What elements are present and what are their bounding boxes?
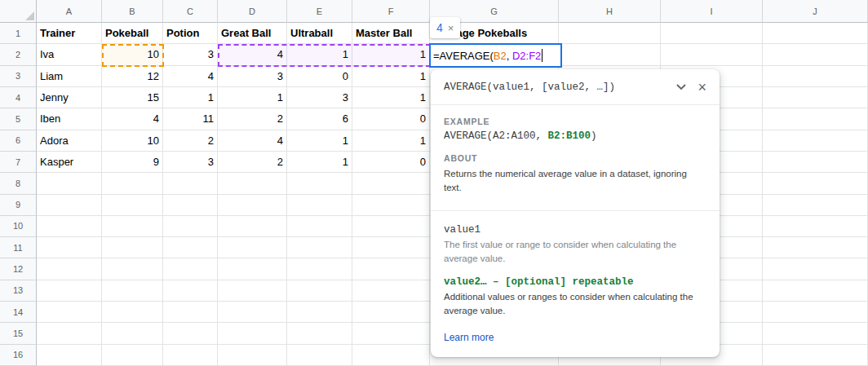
formula-result-preview[interactable]: 4 × — [430, 17, 460, 38]
cell-J13[interactable] — [763, 280, 868, 302]
cell-E2[interactable]: 1 — [287, 44, 352, 65]
cell-B11[interactable] — [102, 237, 163, 258]
cell-E5[interactable]: 6 — [287, 108, 352, 130]
close-icon[interactable]: × — [448, 23, 454, 33]
formula-editor-G2[interactable]: =AVERAGE(B2, D2:F2 — [429, 43, 562, 68]
cell-D16[interactable] — [218, 345, 287, 366]
cell-E11[interactable] — [287, 237, 352, 258]
cell-A13[interactable] — [37, 280, 102, 302]
cell-A15[interactable] — [37, 323, 102, 344]
row-header-16[interactable]: 16 — [0, 345, 37, 366]
cell-C14[interactable] — [163, 302, 218, 323]
cell-J8[interactable] — [763, 173, 868, 194]
cell-F6[interactable]: 1 — [352, 130, 430, 152]
row-header-13[interactable]: 13 — [0, 280, 37, 302]
column-header-H[interactable]: H — [559, 0, 661, 23]
cell-B6[interactable]: 10 — [102, 130, 163, 152]
cell-E16[interactable] — [287, 345, 352, 366]
cell-A1[interactable]: Trainer — [37, 23, 102, 44]
cell-F13[interactable] — [352, 280, 430, 302]
cell-D15[interactable] — [218, 323, 287, 344]
cell-F16[interactable] — [352, 345, 430, 366]
cell-E1[interactable]: Ultraball — [287, 23, 352, 44]
cell-F14[interactable] — [352, 302, 430, 323]
cell-J4[interactable] — [763, 87, 868, 108]
row-header-12[interactable]: 12 — [0, 258, 37, 280]
cell-A7[interactable]: Kasper — [37, 152, 102, 173]
cell-D3[interactable]: 3 — [218, 66, 287, 87]
cell-J12[interactable] — [763, 258, 868, 280]
column-header-D[interactable]: D — [218, 0, 287, 23]
cell-D7[interactable]: 2 — [218, 152, 287, 173]
row-header-1[interactable]: 1 — [0, 23, 37, 44]
cell-B15[interactable] — [102, 323, 163, 344]
cell-F5[interactable]: 0 — [352, 108, 430, 130]
row-header-3[interactable]: 3 — [0, 66, 37, 87]
cell-A5[interactable]: Iben — [37, 108, 102, 130]
cell-D1[interactable]: Great Ball — [218, 23, 287, 44]
cell-C7[interactable]: 3 — [163, 152, 218, 173]
cell-E9[interactable] — [287, 195, 352, 216]
cell-I2[interactable] — [661, 44, 763, 65]
cell-B14[interactable] — [102, 302, 163, 323]
column-header-F[interactable]: F — [352, 0, 430, 23]
cell-E10[interactable] — [287, 216, 352, 237]
cell-A12[interactable] — [37, 258, 102, 280]
cell-C8[interactable] — [163, 173, 218, 194]
cell-B1[interactable]: Pokeball — [102, 23, 163, 44]
cell-F3[interactable]: 1 — [352, 66, 430, 87]
cell-H2[interactable] — [559, 44, 661, 65]
cell-D6[interactable]: 4 — [218, 130, 287, 152]
cell-C11[interactable] — [163, 237, 218, 258]
row-header-7[interactable]: 7 — [0, 152, 37, 173]
cell-J9[interactable] — [763, 195, 868, 216]
cell-F10[interactable] — [352, 216, 430, 237]
cell-B4[interactable]: 15 — [102, 87, 163, 108]
cell-A8[interactable] — [37, 173, 102, 194]
cell-A9[interactable] — [37, 195, 102, 216]
row-header-5[interactable]: 5 — [0, 108, 37, 130]
cell-D2[interactable]: 4 — [218, 44, 287, 65]
cell-D4[interactable]: 1 — [218, 87, 287, 108]
cell-J15[interactable] — [763, 323, 868, 344]
cell-D14[interactable] — [218, 302, 287, 323]
cell-C9[interactable] — [163, 195, 218, 216]
cell-C10[interactable] — [163, 216, 218, 237]
cell-F11[interactable] — [352, 237, 430, 258]
cell-C15[interactable] — [163, 323, 218, 344]
cell-B3[interactable]: 12 — [102, 66, 163, 87]
cell-F1[interactable]: Master Ball — [352, 23, 430, 44]
cell-B16[interactable] — [102, 345, 163, 366]
column-header-J[interactable]: J — [763, 0, 868, 23]
cell-J3[interactable] — [763, 66, 868, 87]
cell-D9[interactable] — [218, 195, 287, 216]
row-header-6[interactable]: 6 — [0, 130, 37, 152]
cell-A16[interactable] — [37, 345, 102, 366]
column-header-B[interactable]: B — [102, 0, 163, 23]
cell-B13[interactable] — [102, 280, 163, 302]
cell-F8[interactable] — [352, 173, 430, 194]
column-header-C[interactable]: C — [163, 0, 218, 23]
cell-A11[interactable] — [37, 237, 102, 258]
cell-A4[interactable]: Jenny — [37, 87, 102, 108]
cell-C3[interactable]: 4 — [163, 66, 218, 87]
cell-J16[interactable] — [763, 345, 868, 366]
cell-D11[interactable] — [218, 237, 287, 258]
cell-B7[interactable]: 9 — [102, 152, 163, 173]
chevron-down-icon[interactable] — [671, 82, 691, 92]
cell-J7[interactable] — [763, 152, 868, 173]
row-header-4[interactable]: 4 — [0, 87, 37, 108]
cell-C6[interactable]: 2 — [163, 130, 218, 152]
column-header-E[interactable]: E — [287, 0, 352, 23]
cell-C5[interactable]: 11 — [163, 108, 218, 130]
row-header-10[interactable]: 10 — [0, 216, 37, 237]
cell-B9[interactable] — [102, 195, 163, 216]
cell-J11[interactable] — [763, 237, 868, 258]
cell-A14[interactable] — [37, 302, 102, 323]
cell-A6[interactable]: Adora — [37, 130, 102, 152]
cell-J10[interactable] — [763, 216, 868, 237]
cell-B2[interactable]: 10 — [102, 44, 163, 65]
learn-more-link[interactable]: Learn more — [444, 332, 494, 343]
cell-F7[interactable]: 0 — [352, 152, 430, 173]
cell-D12[interactable] — [218, 258, 287, 280]
